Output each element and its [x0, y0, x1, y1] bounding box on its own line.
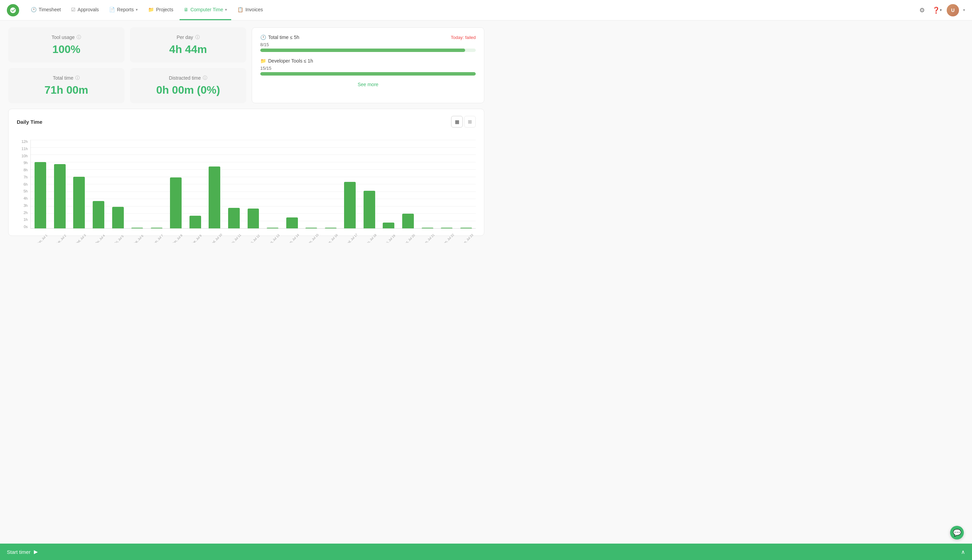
bar-group[interactable]: Mon, Jul 8 [166, 140, 186, 228]
total-time-info-icon[interactable]: ⓘ [75, 75, 80, 81]
bar-group[interactable]: Sun, Jul 14 [282, 140, 302, 228]
chart-grid-view-button[interactable]: ⊞ [464, 116, 476, 128]
bar-label: Sat, Jul 13 [267, 233, 280, 243]
bar-label: Tue, Jul 23 [461, 233, 473, 243]
bar-group[interactable]: Tue, Jul 9 [186, 140, 205, 228]
bar-label: Fri, Jul 12 [248, 234, 260, 243]
nav-reports[interactable]: 📄 Reports ▾ [105, 0, 142, 20]
nav-right-controls: ⚙ ❓▾ U ▾ [917, 4, 965, 17]
nav-computer-time[interactable]: 🖥 Computer Time ▾ [180, 0, 232, 20]
nav-computer-time-label: Computer Time [190, 7, 223, 12]
bar-group[interactable]: Thu, Jul 11 [224, 140, 244, 228]
tool-usage-label: Tool usage ⓘ [52, 34, 82, 40]
stats-col-left: Tool usage ⓘ 100% Total time ⓘ 71h 00m [8, 27, 125, 103]
bar-group[interactable]: Sun, Jul 21 [418, 140, 437, 228]
bar-label: Fri, Jul 19 [384, 234, 396, 243]
tool-usage-card: Tool usage ⓘ 100% [8, 27, 125, 63]
bar-group[interactable]: Sat, Jul 6 [128, 140, 147, 228]
main-content: Tool usage ⓘ 100% Total time ⓘ 71h 00m P… [0, 20, 492, 243]
settings-button[interactable]: ⚙ [917, 5, 927, 16]
bar-group[interactable]: Mon, Jul 22 [437, 140, 457, 228]
bar [208, 167, 220, 228]
bar-group[interactable]: Sat, Jul 20 [398, 140, 418, 228]
nav-projects-label: Projects [156, 7, 173, 12]
y-axis-label: 8h [17, 168, 28, 172]
bar-group[interactable]: Wed, Jul 10 [205, 140, 224, 228]
distracted-time-label: Distracted time ⓘ [169, 75, 207, 81]
chart-bar-view-button[interactable]: ▦ [451, 116, 463, 128]
bar-label: Tue, Jul 16 [325, 233, 338, 243]
timesheet-icon: 🕐 [31, 7, 37, 12]
goal-progress-row-total-time: 8/15 [260, 42, 476, 47]
nav-invoices[interactable]: 📋 Invoices [233, 0, 267, 20]
bar [35, 162, 46, 228]
bar-group[interactable]: Tue, Jul 2 [50, 140, 70, 228]
nav-approvals[interactable]: ☑ Approvals [67, 0, 103, 20]
reports-icon: 📄 [109, 7, 115, 12]
goal-header-total-time: 🕐 Total time ≤ 5h Today: failed [260, 35, 476, 40]
grid-chart-icon: ⊞ [468, 119, 472, 125]
bar-label: Sun, Jul 7 [152, 234, 164, 243]
see-more-link[interactable]: See more [260, 82, 476, 87]
user-avatar[interactable]: U [947, 4, 959, 17]
bar-group[interactable]: Fri, Jul 12 [243, 140, 263, 228]
bar-group[interactable]: Wed, Jul 17 [340, 140, 360, 228]
bar [325, 228, 337, 228]
bar-group[interactable]: Sun, Jul 7 [147, 140, 166, 228]
bar-label: Wed, Jul 3 [74, 233, 87, 243]
y-axis-label: 12h [17, 140, 28, 143]
tool-usage-info-icon[interactable]: ⓘ [77, 34, 81, 40]
y-axis-label: 1h [17, 218, 28, 222]
bar [73, 177, 85, 228]
y-axis-label: 6h [17, 183, 28, 186]
distracted-time-card: Distracted time ⓘ 0h 00m (0%) [130, 68, 246, 103]
bar-label: Thu, Jul 4 [94, 234, 106, 243]
goal-title-developer-tools: 📁 Developer Tools ≤ 1h [260, 58, 313, 63]
app-logo[interactable] [7, 4, 19, 17]
bar-label: Sun, Jul 14 [287, 233, 300, 243]
goal-count-developer-tools: 15/15 [260, 66, 272, 71]
bar-label: Wed, Jul 10 [209, 233, 223, 243]
distracted-time-info-icon[interactable]: ⓘ [203, 75, 207, 81]
distracted-time-value: 0h 00m (0%) [156, 84, 220, 97]
bar-chart: 0s1h2h3h4h5h6h7h8h9h10h11h12h Mon, Jul 1… [17, 133, 476, 229]
bar [151, 228, 162, 228]
goal-header-developer-tools: 📁 Developer Tools ≤ 1h [260, 58, 476, 63]
bar [305, 228, 317, 228]
bar-group[interactable]: Tue, Jul 16 [321, 140, 340, 228]
bar-label: Fri, Jul 5 [113, 235, 124, 243]
goals-panel: 🕐 Total time ≤ 5h Today: failed 8/15 📁 D [252, 27, 484, 103]
bar-group[interactable]: Fri, Jul 19 [379, 140, 398, 228]
goal-status-total-time: Today: failed [451, 35, 476, 40]
bar [93, 201, 104, 228]
bar-group[interactable]: Mon, Jul 15 [302, 140, 321, 228]
bar [460, 228, 472, 228]
bar-group[interactable]: Thu, Jul 4 [89, 140, 108, 228]
nav-projects[interactable]: 📁 Projects [144, 0, 177, 20]
bar-label: Sat, Jul 6 [133, 234, 144, 243]
help-button[interactable]: ❓▾ [932, 5, 943, 16]
per-day-card: Per day ⓘ 4h 44m [130, 27, 246, 63]
bar-label: Mon, Jul 1 [35, 233, 48, 243]
stats-col-middle: Per day ⓘ 4h 44m Distracted time ⓘ 0h 00… [130, 27, 246, 103]
bar-group[interactable]: Thu, Jul 18 [360, 140, 379, 228]
total-time-card: Total time ⓘ 71h 00m [8, 68, 125, 103]
nav-timesheet[interactable]: 🕐 Timesheet [27, 0, 65, 20]
bar-label: Mon, Jul 15 [306, 233, 319, 243]
bar-group[interactable]: Sat, Jul 13 [263, 140, 282, 228]
bar-group[interactable]: Mon, Jul 1 [31, 140, 50, 228]
total-time-value: 71h 00m [45, 84, 88, 97]
bar [170, 177, 182, 228]
bar-group[interactable]: Tue, Jul 23 [456, 140, 476, 228]
nav-timesheet-label: Timesheet [38, 7, 61, 12]
projects-icon: 📁 [148, 7, 154, 12]
avatar-image: U [947, 4, 959, 17]
bar-group[interactable]: Wed, Jul 3 [69, 140, 89, 228]
goal-item-total-time: 🕐 Total time ≤ 5h Today: failed 8/15 [260, 35, 476, 52]
approvals-icon: ☑ [71, 7, 76, 12]
bar [267, 228, 278, 228]
computer-time-dropdown-icon: ▾ [225, 8, 227, 12]
bar-group[interactable]: Fri, Jul 5 [108, 140, 128, 228]
per-day-info-icon[interactable]: ⓘ [195, 34, 200, 40]
goal-bar-container-total-time [260, 48, 476, 52]
